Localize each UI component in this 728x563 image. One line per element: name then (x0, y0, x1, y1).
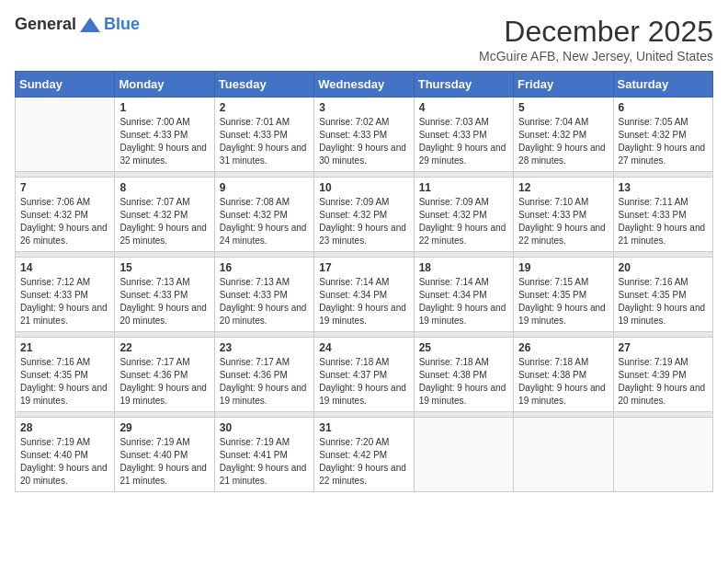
calendar-cell-1-1: 8Sunrise: 7:07 AMSunset: 4:32 PMDaylight… (115, 178, 214, 252)
sunset-text: Sunset: 4:32 PM (119, 210, 188, 220)
calendar-cell-3-2: 23Sunrise: 7:17 AMSunset: 4:36 PMDayligh… (214, 338, 313, 412)
sunrise-text: Sunrise: 7:18 AM (419, 357, 489, 367)
day-number: 5 (518, 101, 608, 114)
calendar-cell-4-5 (514, 418, 613, 492)
daylight-text: Daylight: 9 hours and 19 minutes. (619, 303, 706, 326)
col-tuesday: Tuesday (214, 72, 313, 98)
calendar-cell-3-3: 24Sunrise: 7:18 AMSunset: 4:37 PMDayligh… (314, 338, 414, 412)
day-info: Sunrise: 7:06 AMSunset: 4:32 PMDaylight:… (20, 196, 109, 247)
day-info: Sunrise: 7:16 AMSunset: 4:35 PMDaylight:… (619, 276, 708, 327)
daylight-text: Daylight: 9 hours and 27 minutes. (619, 143, 706, 166)
daylight-text: Daylight: 9 hours and 22 minutes. (518, 223, 606, 246)
day-number: 24 (319, 341, 408, 354)
daylight-text: Daylight: 9 hours and 21 minutes. (619, 223, 706, 246)
sunset-text: Sunset: 4:41 PM (220, 450, 288, 460)
day-info: Sunrise: 7:14 AMSunset: 4:34 PMDaylight:… (319, 276, 408, 327)
day-number: 6 (619, 101, 708, 114)
col-friday: Friday (514, 72, 613, 98)
sunset-text: Sunset: 4:32 PM (619, 130, 687, 140)
daylight-text: Daylight: 9 hours and 28 minutes. (518, 143, 606, 166)
day-info: Sunrise: 7:13 AMSunset: 4:33 PMDaylight:… (220, 276, 309, 327)
day-info: Sunrise: 7:04 AMSunset: 4:32 PMDaylight:… (518, 116, 608, 167)
day-number: 31 (319, 421, 408, 434)
day-number: 10 (319, 181, 408, 194)
calendar-cell-1-3: 10Sunrise: 7:09 AMSunset: 4:32 PMDayligh… (314, 178, 414, 252)
day-number: 12 (518, 181, 608, 194)
daylight-text: Daylight: 9 hours and 21 minutes. (20, 303, 108, 326)
sunrise-text: Sunrise: 7:13 AM (119, 277, 189, 287)
daylight-text: Daylight: 9 hours and 31 minutes. (220, 143, 307, 166)
calendar-cell-3-5: 26Sunrise: 7:18 AMSunset: 4:38 PMDayligh… (514, 338, 613, 412)
col-sunday: Sunday (16, 72, 115, 98)
day-number: 28 (20, 421, 109, 434)
day-info: Sunrise: 7:18 AMSunset: 4:38 PMDaylight:… (518, 356, 608, 408)
day-info: Sunrise: 7:17 AMSunset: 4:36 PMDaylight:… (119, 356, 209, 408)
sunrise-text: Sunrise: 7:19 AM (20, 437, 90, 447)
sunrise-text: Sunrise: 7:05 AM (619, 117, 688, 127)
day-number: 20 (619, 261, 708, 274)
day-info: Sunrise: 7:19 AMSunset: 4:41 PMDaylight:… (220, 436, 309, 488)
sunrise-text: Sunrise: 7:00 AM (119, 117, 189, 127)
col-thursday: Thursday (414, 72, 513, 98)
daylight-text: Daylight: 9 hours and 20 minutes. (119, 303, 207, 326)
day-number: 19 (518, 261, 608, 274)
day-info: Sunrise: 7:10 AMSunset: 4:33 PMDaylight:… (518, 196, 608, 247)
sunrise-text: Sunrise: 7:12 AM (20, 277, 90, 287)
calendar-cell-3-4: 25Sunrise: 7:18 AMSunset: 4:38 PMDayligh… (414, 338, 513, 412)
calendar-cell-2-5: 19Sunrise: 7:15 AMSunset: 4:35 PMDayligh… (514, 258, 613, 332)
calendar-cell-0-1: 1Sunrise: 7:00 AMSunset: 4:33 PMDaylight… (115, 98, 214, 172)
sunset-text: Sunset: 4:40 PM (119, 450, 188, 460)
daylight-text: Daylight: 9 hours and 21 minutes. (119, 463, 207, 486)
calendar-table: Sunday Monday Tuesday Wednesday Thursday… (15, 71, 713, 492)
daylight-text: Daylight: 9 hours and 21 minutes. (220, 463, 307, 486)
day-number: 26 (518, 341, 608, 354)
title-area: December 2025 McGuire AFB, New Jersey, U… (479, 15, 713, 63)
sunset-text: Sunset: 4:34 PM (319, 290, 387, 300)
sunset-text: Sunset: 4:34 PM (419, 290, 487, 300)
sunrise-text: Sunrise: 7:17 AM (220, 357, 290, 367)
sunrise-text: Sunrise: 7:10 AM (518, 197, 588, 207)
daylight-text: Daylight: 9 hours and 30 minutes. (319, 143, 406, 166)
daylight-text: Daylight: 9 hours and 24 minutes. (220, 223, 307, 246)
day-info: Sunrise: 7:17 AMSunset: 4:36 PMDaylight:… (220, 356, 309, 408)
col-wednesday: Wednesday (314, 72, 414, 98)
calendar-cell-3-0: 21Sunrise: 7:16 AMSunset: 4:35 PMDayligh… (16, 338, 115, 412)
calendar-cell-2-6: 20Sunrise: 7:16 AMSunset: 4:35 PMDayligh… (613, 258, 712, 332)
calendar-header-row: Sunday Monday Tuesday Wednesday Thursday… (16, 72, 713, 98)
logo-blue-text: Blue (104, 15, 140, 34)
sunset-text: Sunset: 4:33 PM (119, 290, 188, 300)
week-row-1: 1Sunrise: 7:00 AMSunset: 4:33 PMDaylight… (16, 98, 713, 172)
calendar-cell-2-0: 14Sunrise: 7:12 AMSunset: 4:33 PMDayligh… (16, 258, 115, 332)
sunset-text: Sunset: 4:32 PM (20, 210, 88, 220)
daylight-text: Daylight: 9 hours and 20 minutes. (20, 463, 108, 486)
calendar-cell-4-4 (414, 418, 513, 492)
daylight-text: Daylight: 9 hours and 20 minutes. (619, 383, 706, 406)
sunrise-text: Sunrise: 7:13 AM (220, 277, 290, 287)
daylight-text: Daylight: 9 hours and 23 minutes. (319, 223, 406, 246)
sunrise-text: Sunrise: 7:03 AM (419, 117, 489, 127)
week-row-5: 28Sunrise: 7:19 AMSunset: 4:40 PMDayligh… (16, 418, 713, 492)
daylight-text: Daylight: 9 hours and 19 minutes. (518, 383, 606, 406)
logo-general-text: General (15, 15, 76, 34)
sunrise-text: Sunrise: 7:08 AM (220, 197, 290, 207)
calendar-cell-4-0: 28Sunrise: 7:19 AMSunset: 4:40 PMDayligh… (16, 418, 115, 492)
sunrise-text: Sunrise: 7:19 AM (619, 357, 688, 367)
day-number: 21 (20, 341, 109, 354)
calendar-cell-0-2: 2Sunrise: 7:01 AMSunset: 4:33 PMDaylight… (214, 98, 313, 172)
sunset-text: Sunset: 4:32 PM (220, 210, 288, 220)
day-number: 1 (119, 101, 209, 114)
calendar-cell-3-6: 27Sunrise: 7:19 AMSunset: 4:39 PMDayligh… (613, 338, 712, 412)
sunset-text: Sunset: 4:35 PM (518, 290, 586, 300)
day-info: Sunrise: 7:13 AMSunset: 4:33 PMDaylight:… (119, 276, 209, 327)
day-info: Sunrise: 7:05 AMSunset: 4:32 PMDaylight:… (619, 116, 708, 167)
calendar-cell-2-3: 17Sunrise: 7:14 AMSunset: 4:34 PMDayligh… (314, 258, 414, 332)
calendar-cell-1-2: 9Sunrise: 7:08 AMSunset: 4:32 PMDaylight… (214, 178, 313, 252)
sunrise-text: Sunrise: 7:09 AM (319, 197, 389, 207)
day-number: 30 (220, 421, 309, 434)
sunrise-text: Sunrise: 7:18 AM (319, 357, 389, 367)
week-row-3: 14Sunrise: 7:12 AMSunset: 4:33 PMDayligh… (16, 258, 713, 332)
daylight-text: Daylight: 9 hours and 19 minutes. (518, 303, 606, 326)
day-info: Sunrise: 7:01 AMSunset: 4:33 PMDaylight:… (220, 116, 309, 167)
day-info: Sunrise: 7:11 AMSunset: 4:33 PMDaylight:… (619, 196, 708, 247)
day-info: Sunrise: 7:19 AMSunset: 4:39 PMDaylight:… (619, 356, 708, 408)
